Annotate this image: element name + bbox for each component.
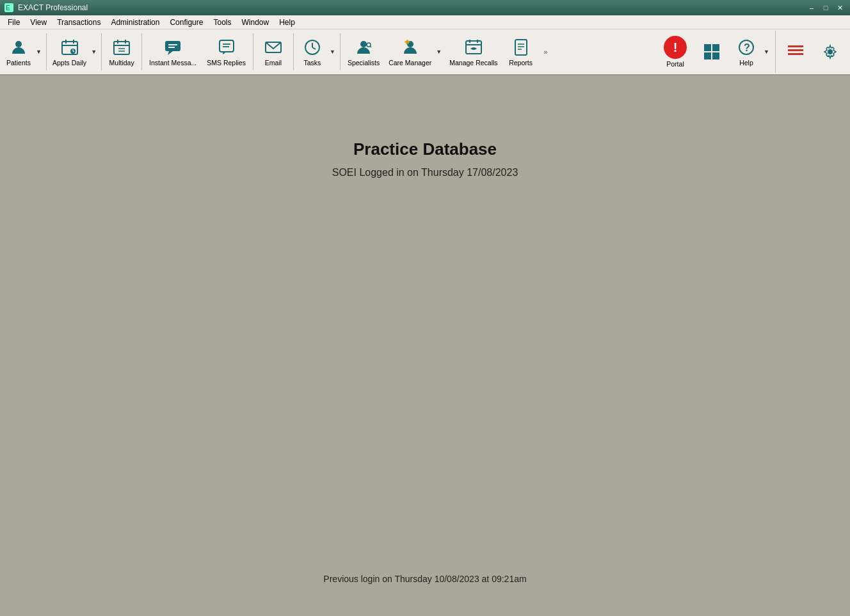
alert-icon: ! (664, 36, 687, 59)
menu-help[interactable]: Help (274, 17, 300, 28)
toolbar: Patients ▼ Appts Daily ▼ (0, 29, 850, 75)
reports-icon (511, 37, 531, 58)
tasks-arrow[interactable]: ▼ (328, 31, 337, 73)
svg-text:?: ? (744, 42, 750, 53)
more-symbol: » (544, 48, 548, 56)
svg-text:E: E (6, 4, 10, 12)
window-controls: – □ ✕ (805, 2, 846, 13)
svg-line-26 (312, 47, 316, 49)
grid-tool-button[interactable] (694, 31, 729, 73)
svg-rect-39 (704, 44, 711, 51)
portal-button[interactable]: ! Portal (657, 31, 693, 73)
scissors-icon (702, 42, 722, 62)
sms-replies-label: SMS Replies (207, 59, 246, 67)
menu-window[interactable]: Window (236, 17, 274, 28)
svg-point-2 (15, 41, 22, 47)
main-content: Practice Database SOEI Logged in on Thur… (0, 75, 850, 616)
reports-button[interactable]: Reports (504, 31, 538, 73)
multiday-button[interactable]: Multiday (104, 31, 139, 73)
svg-point-48 (828, 49, 833, 54)
menu-transactions[interactable]: Transactions (52, 17, 106, 28)
care-manager-button[interactable]: Care Manager (385, 31, 435, 73)
appts-daily-btn-group: Appts Daily ▼ (49, 31, 99, 73)
svg-rect-46 (788, 49, 803, 51)
previous-login: Previous login on Thursday 10/08/2023 at… (323, 574, 526, 584)
tasks-button[interactable]: Tasks (296, 31, 328, 73)
help-btn-group: ? Help ▼ (730, 31, 771, 73)
svg-rect-47 (788, 53, 803, 55)
svg-rect-10 (114, 42, 129, 54)
close-button[interactable]: ✕ (833, 2, 846, 13)
tasks-btn-group: Tasks ▼ (296, 31, 337, 73)
help-label: Help (739, 59, 753, 67)
multiday-icon (111, 37, 132, 58)
patients-button[interactable]: Patients (3, 31, 35, 73)
center-content: Practice Database SOEI Logged in on Thur… (332, 139, 518, 178)
svg-marker-17 (168, 51, 173, 55)
clock-icon (302, 37, 323, 58)
recall-icon (463, 37, 484, 58)
patients-btn-group: Patients ▼ (3, 31, 44, 73)
sms-replies-button[interactable]: SMS Replies (202, 31, 250, 73)
svg-line-29 (370, 46, 371, 47)
care-manager-arrow[interactable]: ▼ (435, 31, 444, 73)
appts-daily-arrow[interactable]: ▼ (90, 31, 99, 73)
app-icon: E (4, 3, 14, 13)
instant-messages-button[interactable]: Instant Messa... (145, 31, 201, 73)
reports-label: Reports (509, 59, 533, 67)
tool-settings-button[interactable] (813, 39, 847, 65)
window-title: EXACT Professional (18, 3, 805, 12)
more-button[interactable]: » (540, 31, 552, 73)
specialists-label: Specialists (348, 59, 380, 67)
svg-rect-16 (165, 41, 180, 51)
person-icon (8, 37, 29, 58)
calendar-clock-icon (60, 37, 80, 58)
title-bar: E EXACT Professional – □ ✕ (0, 0, 850, 15)
sms-icon (216, 37, 237, 58)
right-tools: ! Portal ? (657, 31, 847, 73)
care-icon (400, 37, 421, 58)
manage-recalls-button[interactable]: Manage Recalls (445, 31, 502, 73)
svg-rect-41 (704, 52, 711, 59)
email-button[interactable]: Email (256, 31, 291, 73)
red-settings-button[interactable] (778, 39, 813, 65)
help-icon: ? (736, 37, 757, 58)
help-arrow[interactable]: ▼ (762, 31, 771, 73)
portal-label: Portal (666, 60, 684, 68)
svg-rect-20 (220, 40, 234, 52)
menu-file[interactable]: File (3, 17, 25, 28)
settings-area (775, 31, 847, 73)
restore-button[interactable]: □ (819, 2, 832, 13)
minimize-button[interactable]: – (805, 2, 818, 13)
menu-bar: File View Transactions Administration Co… (0, 15, 850, 29)
svg-rect-45 (788, 45, 803, 47)
email-label: Email (265, 59, 282, 67)
svg-rect-35 (515, 40, 527, 55)
appts-daily-button[interactable]: Appts Daily (49, 31, 90, 73)
menu-view[interactable]: View (25, 17, 52, 28)
appts-daily-label: Appts Daily (52, 59, 86, 67)
gear-wrench-icon (820, 42, 840, 62)
help-button[interactable]: ? Help (730, 31, 762, 73)
menu-tools[interactable]: Tools (208, 17, 236, 28)
menu-configure[interactable]: Configure (164, 17, 208, 28)
login-status: SOEI Logged in on Thursday 17/08/2023 (332, 167, 518, 178)
svg-rect-42 (712, 52, 719, 59)
email-icon (263, 37, 284, 58)
care-manager-label: Care Manager (389, 59, 431, 67)
tasks-label: Tasks (304, 59, 321, 67)
care-manager-btn-group: Care Manager ▼ (385, 31, 444, 73)
svg-point-27 (360, 41, 367, 47)
specialists-button[interactable]: Specialists (343, 31, 384, 73)
chat-icon (163, 37, 183, 58)
svg-rect-40 (712, 44, 719, 51)
specialist-icon (353, 37, 374, 58)
settings-red-icon (785, 42, 806, 62)
patients-label: Patients (6, 59, 31, 67)
menu-administration[interactable]: Administration (106, 17, 164, 28)
multiday-label: Multiday (109, 59, 134, 67)
instant-messages-label: Instant Messa... (149, 59, 196, 67)
database-title: Practice Database (353, 139, 497, 159)
patients-arrow[interactable]: ▼ (35, 31, 44, 73)
manage-recalls-label: Manage Recalls (449, 59, 497, 67)
